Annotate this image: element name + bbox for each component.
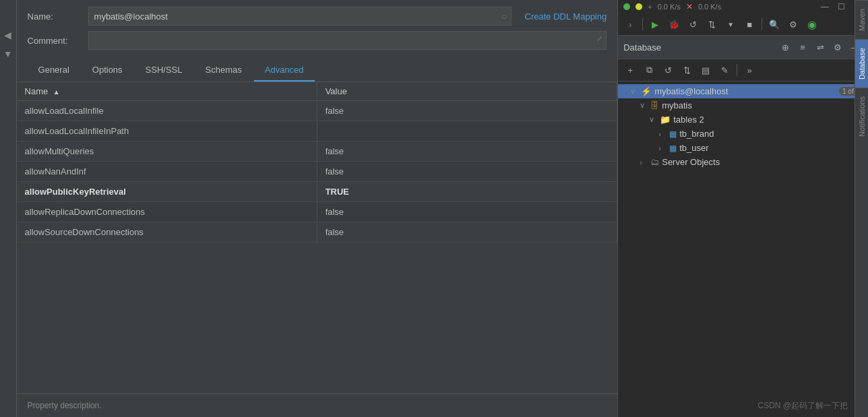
db-settings-button[interactable]: ⚙ — [830, 40, 845, 55]
tree-item[interactable]: ∨ ⚡ mybatis@localhost 1 of 6 — [618, 84, 868, 98]
minimize-button[interactable]: — — [819, 1, 830, 12]
table-row[interactable]: allowMultiQueries false — [17, 141, 617, 162]
edit-button[interactable]: ✎ — [716, 62, 733, 78]
speed-label1: + — [648, 3, 652, 11]
tree-item[interactable]: › ▦ tb_user — [618, 141, 868, 155]
separator1 — [642, 18, 643, 30]
table-row[interactable]: allowNanAndInf false — [17, 162, 617, 182]
property-name: allowNanAndInf — [17, 162, 317, 182]
table-row[interactable]: allowPublicKeyRetrieval TRUE — [17, 182, 617, 202]
tree-node-icon: ▦ — [669, 129, 677, 139]
property-value: false — [317, 141, 617, 162]
property-value: false — [317, 101, 617, 121]
tree-chevron: ∨ — [649, 115, 657, 124]
property-description: Property description. — [17, 393, 618, 417]
side-tab-notifications[interactable]: Notifications — [855, 88, 868, 145]
tree-node-label: Server Objects — [662, 157, 863, 167]
tab-ssh-ssl[interactable]: SSH/SSL — [135, 61, 193, 82]
separator3 — [737, 64, 737, 76]
sort2-button[interactable]: ⇅ — [679, 62, 695, 78]
tree-item[interactable]: ∨ 🗄 mybatis — [618, 98, 868, 113]
name-field-row: Name: ○ Create DDL Mapping — [28, 7, 607, 26]
top-strip: + 0.0 K/s ✕ 0.0 K/s — ☐ ✕ — [618, 0, 868, 13]
yellow-dot — [636, 3, 642, 10]
tree-chevron: › — [640, 158, 648, 166]
search-button[interactable]: 🔍 — [766, 16, 782, 32]
logo-button: ◉ — [804, 16, 820, 32]
sync-db-button[interactable]: ⇌ — [813, 40, 828, 55]
more-button[interactable]: » — [741, 62, 757, 78]
tree-item[interactable]: › 🗂 Server Objects — [618, 155, 868, 169]
cross-icon: ✕ — [686, 2, 693, 11]
back-chevron-button[interactable]: › — [622, 16, 638, 32]
tree-item[interactable]: › ▦ tb_brand — [618, 127, 868, 141]
comment-input[interactable] — [88, 31, 607, 50]
property-name: allowMultiQueries — [17, 141, 317, 162]
name-input-wrapper: ○ — [88, 7, 512, 26]
refresh2-button[interactable]: ↺ — [660, 62, 676, 78]
speed-value1: 0.0 K/s — [658, 3, 681, 11]
name-label: Name: — [28, 11, 88, 22]
tree-node-icon: 📁 — [660, 115, 671, 125]
add-item-button[interactable]: + — [622, 62, 638, 78]
csdn-watermark: CSDN @起码了解一下把 — [757, 400, 848, 412]
tree-node-label: tables 2 — [673, 115, 863, 125]
table-row[interactable]: allowLoadLocalInfileInPath — [17, 121, 617, 141]
nav-forward-button[interactable]: ▼ — [1, 46, 16, 62]
properties-table-container: Name ▲ Value allowLoadLocalInfile false … — [17, 82, 618, 393]
tree-item[interactable]: ∨ 📁 tables 2 — [618, 113, 868, 127]
tab-general[interactable]: General — [28, 61, 80, 82]
table-row[interactable]: allowReplicaDownConnections false — [17, 202, 617, 222]
speed-value2: 0.0 K/s — [698, 3, 721, 11]
tree-node-label: tb_user — [679, 143, 863, 153]
tab-options[interactable]: Options — [82, 61, 133, 82]
nav-back-button[interactable]: ◀ — [1, 27, 14, 43]
property-name: allowSourceDownConnections — [17, 222, 317, 243]
table-row[interactable]: allowLoadLocalInfile false — [17, 101, 617, 121]
name-input[interactable] — [88, 7, 512, 26]
tree-chevron: › — [658, 130, 666, 138]
col-name-header[interactable]: Name ▲ — [17, 82, 317, 101]
tab-schemas[interactable]: Schemas — [195, 61, 253, 82]
comment-input-wrapper: ⤢ — [88, 31, 607, 50]
table-row[interactable]: allowSourceDownConnections false — [17, 222, 617, 243]
settings-button[interactable]: ⚙ — [785, 16, 801, 32]
right-panel: + 0.0 K/s ✕ 0.0 K/s — ☐ ✕ › ▶ 🐞 ↺ ⇅ ▼ ■ … — [618, 0, 868, 417]
properties-table: Name ▲ Value allowLoadLocalInfile false … — [17, 82, 618, 243]
dropdown-button[interactable]: ▼ — [722, 16, 739, 32]
side-tabs: Maven Database Notifications — [855, 0, 868, 417]
property-value: false — [317, 222, 617, 243]
sync-button[interactable]: ⇅ — [704, 16, 720, 32]
create-ddl-link[interactable]: Create DDL Mapping — [525, 11, 607, 22]
tree-chevron: ∨ — [640, 101, 648, 110]
stop-button[interactable]: ■ — [741, 16, 757, 32]
tree-node-icon: 🗄 — [650, 100, 659, 110]
property-name: allowPublicKeyRetrieval — [17, 182, 317, 202]
add-datasource-button[interactable]: ⊕ — [778, 40, 793, 55]
refresh-button[interactable]: ↺ — [685, 16, 701, 32]
property-value: TRUE — [317, 182, 617, 202]
property-name: allowLoadLocalInfileInPath — [17, 121, 317, 141]
dialog-top-bar: Name: ○ Create DDL Mapping Comment: ⤢ — [17, 0, 618, 55]
right-toolbar-row2: + ⧉ ↺ ⇅ ▤ ✎ » — [618, 59, 868, 82]
tree-chevron: ∨ — [630, 87, 638, 96]
col-value-header[interactable]: Value — [317, 82, 617, 101]
debug-button[interactable]: 🐞 — [666, 16, 682, 32]
filter-button[interactable]: ≡ — [795, 40, 810, 55]
name-field-icon: ○ — [501, 11, 507, 22]
database-title: Database — [623, 42, 774, 53]
tree-node-icon: ⚡ — [641, 86, 652, 96]
copy-button[interactable]: ⧉ — [641, 62, 657, 78]
side-tab-maven[interactable]: Maven — [855, 0, 868, 39]
expand-icon[interactable]: ⤢ — [596, 34, 602, 43]
tab-advanced[interactable]: Advanced — [254, 61, 315, 82]
property-value — [317, 121, 617, 141]
tree-node-label: mybatis — [662, 100, 863, 110]
table-view-button[interactable]: ▤ — [698, 62, 714, 78]
side-tab-database[interactable]: Database — [855, 39, 868, 88]
left-arrow-panel: ◀ ▼ — [0, 0, 17, 417]
tree-chevron: › — [658, 144, 666, 152]
run-button[interactable]: ▶ — [647, 16, 663, 32]
restore-button[interactable]: ☐ — [836, 1, 846, 12]
dialog-panel: Name: ○ Create DDL Mapping Comment: ⤢ Ge… — [17, 0, 619, 417]
